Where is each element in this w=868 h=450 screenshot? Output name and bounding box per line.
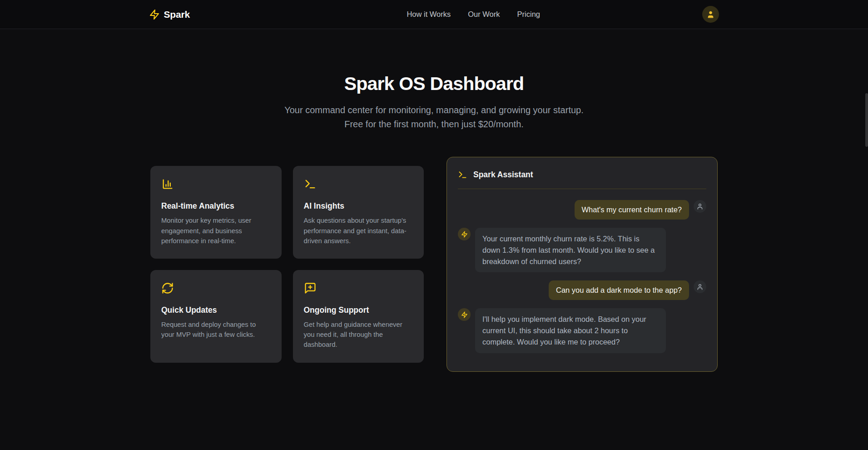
zap-icon — [461, 231, 468, 238]
nav-link-our-work[interactable]: Our Work — [468, 10, 500, 19]
user-avatar — [694, 200, 706, 213]
nav-link-pricing[interactable]: Pricing — [517, 10, 540, 19]
terminal-icon — [458, 170, 467, 180]
chat-message-user: What's my current churn rate? — [458, 200, 706, 220]
user-icon — [706, 10, 715, 19]
assistant-message-bubble: Your current monthly churn rate is 5.2%.… — [475, 228, 666, 272]
zap-icon — [149, 9, 160, 20]
spark-assistant-panel: Spark Assistant What's my current churn … — [446, 157, 718, 372]
feature-card-quick-updates: Quick Updates Request and deploy changes… — [150, 270, 282, 363]
hero-section: Spark OS Dashboard Your command center f… — [0, 73, 868, 131]
nav-link-how-it-works[interactable]: How it Works — [407, 10, 451, 19]
feature-card-title: Quick Updates — [161, 305, 271, 315]
feature-card-description: Request and deploy changes to your MVP w… — [161, 320, 271, 340]
brand-logo[interactable]: Spark — [149, 9, 190, 20]
assistant-panel-header: Spark Assistant — [458, 170, 706, 180]
zap-icon — [461, 311, 468, 318]
chat-message-assistant: I'll help you implement dark mode. Based… — [458, 308, 706, 353]
user-message-bubble: Can you add a dark mode to the app? — [549, 280, 689, 300]
assistant-avatar — [458, 308, 471, 321]
feature-card-title: Ongoing Support — [304, 305, 413, 315]
brand-name: Spark — [164, 9, 190, 20]
vertical-scrollbar-thumb[interactable] — [865, 93, 868, 147]
nav-links: How it Works Our Work Pricing — [407, 10, 540, 19]
feature-card-ai-insights: AI Insights Ask questions about your sta… — [293, 166, 424, 259]
bar-chart-icon — [161, 178, 271, 192]
chat-message-assistant: Your current monthly churn rate is 5.2%.… — [458, 228, 706, 272]
user-icon — [696, 203, 704, 210]
feature-card-description: Monitor your key metrics, user engagemen… — [161, 215, 271, 246]
page-subtitle: Your command center for monitoring, mana… — [278, 103, 591, 131]
assistant-message-bubble: I'll help you implement dark mode. Based… — [475, 308, 666, 353]
top-nav: Spark How it Works Our Work Pricing — [0, 0, 868, 29]
panel-divider — [458, 189, 706, 189]
message-square-plus-icon — [304, 282, 413, 296]
chat-messages: What's my current churn rate? Your curre… — [458, 200, 706, 353]
user-message-bubble: What's my current churn rate? — [575, 200, 689, 220]
user-icon — [696, 283, 704, 290]
feature-card-ongoing-support: Ongoing Support Get help and guidance wh… — [293, 270, 424, 363]
feature-card-description: Ask questions about your startup's perfo… — [304, 215, 413, 246]
page-title: Spark OS Dashboard — [0, 73, 868, 95]
refresh-icon — [161, 282, 271, 296]
feature-card-title: AI Insights — [304, 201, 413, 211]
feature-card-description: Get help and guidance whenever you need … — [304, 320, 413, 350]
feature-card-real-time-analytics: Real-time Analytics Monitor your key met… — [150, 166, 282, 259]
assistant-panel-title: Spark Assistant — [473, 170, 533, 180]
chat-message-user: Can you add a dark mode to the app? — [458, 280, 706, 300]
user-avatar — [694, 280, 706, 293]
terminal-icon — [304, 178, 413, 192]
features-grid: Real-time Analytics Monitor your key met… — [150, 166, 424, 362]
content-row: Real-time Analytics Monitor your key met… — [150, 157, 718, 372]
assistant-avatar — [458, 228, 471, 240]
feature-card-title: Real-time Analytics — [161, 201, 271, 211]
account-avatar-button[interactable] — [702, 6, 719, 23]
